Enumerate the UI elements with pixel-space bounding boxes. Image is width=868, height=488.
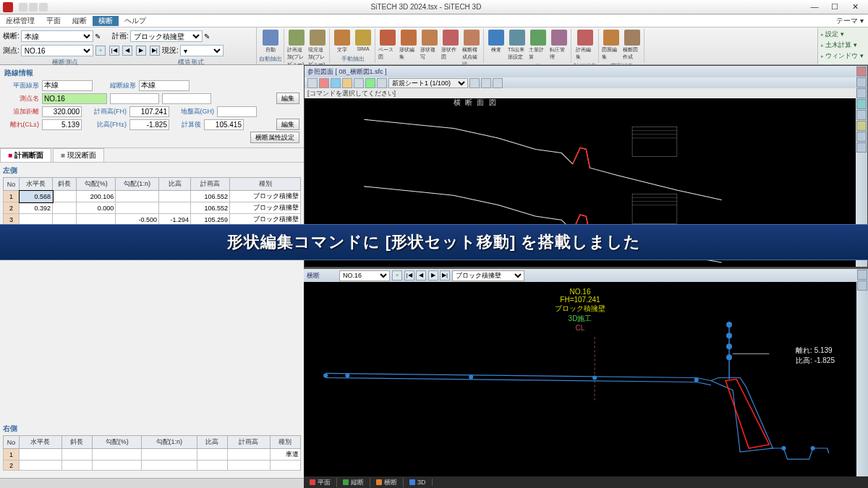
ribbon-button[interactable]: 土量計算 <box>528 29 548 61</box>
add-icon[interactable]: ＋ <box>392 270 402 281</box>
side-tool-icon[interactable] <box>856 77 867 87</box>
view-tab-3D[interactable]: 3D <box>404 479 433 486</box>
tool-icon[interactable] <box>481 78 491 88</box>
genkyo-select[interactable]: ▾ <box>180 45 224 56</box>
cross-prop-button[interactable]: 横断属性設定 <box>250 132 299 143</box>
side-tool-icon[interactable] <box>856 121 867 131</box>
window-menu[interactable]: ウィンドウ ▾ <box>820 51 867 61</box>
keisango-field[interactable] <box>204 119 244 130</box>
lower-struct-select[interactable]: ブロック積擁壁 <box>452 270 524 281</box>
ribbon-icon <box>443 30 459 46</box>
ribbon-button[interactable]: 計画追加(プレビュー) <box>286 29 307 64</box>
tsuika-field[interactable] <box>42 106 82 117</box>
side-tool-icon[interactable] <box>856 132 867 142</box>
last-icon[interactable]: ▶| <box>150 46 160 56</box>
side-tool-icon[interactable] <box>856 67 867 77</box>
edit-button[interactable]: 編集 <box>276 93 299 104</box>
table-row[interactable]: 20.3920.000106.552ブロック積擁壁 <box>4 202 301 214</box>
table-row[interactable]: 1車道 <box>4 449 301 461</box>
menu-item-0[interactable]: 座標管理 <box>0 16 41 26</box>
tool-icon[interactable] <box>493 78 503 88</box>
qat-undo-icon[interactable] <box>29 3 38 12</box>
tab-plan-section[interactable]: ■ 計画断面 <box>0 148 51 162</box>
ribbon-button[interactable]: 計画編集 <box>575 29 595 61</box>
gh-field[interactable] <box>217 106 257 117</box>
side-tool-icon[interactable] <box>856 99 867 109</box>
minimize-button[interactable]: — <box>804 1 825 13</box>
tool-icon[interactable] <box>331 78 341 88</box>
tool-icon[interactable] <box>307 78 318 88</box>
first-icon[interactable]: |◀ <box>404 270 414 281</box>
menu-item-2[interactable]: 縦断 <box>67 16 93 26</box>
ribbon-button[interactable]: ベース図 <box>378 29 398 64</box>
side-tool-icon[interactable] <box>856 142 867 153</box>
tool-icon[interactable] <box>354 78 364 88</box>
pencil-icon[interactable]: ✎ <box>95 33 105 40</box>
next-icon[interactable]: ▶ <box>136 46 146 56</box>
last-icon[interactable]: ▶| <box>440 270 450 281</box>
ribbon-button[interactable]: 横断図作成 <box>622 29 642 61</box>
lower-drawing-area[interactable]: 横断 NO.16 ＋ |◀ ◀ ▶ ▶| ブロック積擁壁 <box>304 267 868 476</box>
prev-icon[interactable]: ◀ <box>416 270 426 281</box>
lower-point-select[interactable]: NO.16 <box>339 270 390 281</box>
maximize-button[interactable]: ☐ <box>825 1 845 13</box>
qat-save-icon[interactable] <box>19 3 27 12</box>
ribbon-button[interactable]: 形状編集 <box>399 29 419 64</box>
add-icon[interactable]: ＋ <box>95 46 106 56</box>
point-nav[interactable]: ＋ |◀ ◀ ▶ ▶| <box>95 46 161 56</box>
tool-icon[interactable] <box>365 78 375 88</box>
point-select[interactable]: NO.16 <box>21 45 93 56</box>
next-icon[interactable]: ▶ <box>428 270 438 281</box>
menu-item-4[interactable]: ヘルプ <box>119 16 152 26</box>
ribbon-button[interactable]: 転圧管理 <box>549 29 569 61</box>
ribbon-button[interactable]: 検査 <box>486 29 506 61</box>
hikou-field[interactable] <box>129 119 169 130</box>
ribbon-button[interactable]: 形状作図 <box>441 29 461 64</box>
table-row[interactable]: 10.568200.106106.552ブロック積擁壁 <box>4 191 301 202</box>
side-tool-icon[interactable] <box>857 281 867 291</box>
side-tool-icon[interactable] <box>857 270 867 280</box>
tool-icon[interactable] <box>377 78 387 88</box>
menu-item-3[interactable]: 横断 <box>93 16 119 26</box>
plan-line-field[interactable] <box>42 80 93 91</box>
view-tab-平面[interactable]: 平面 <box>304 478 337 487</box>
ribbon-button[interactable]: 自動 <box>260 29 281 54</box>
tool-icon[interactable] <box>342 78 352 88</box>
pencil-icon[interactable]: ✎ <box>204 33 210 40</box>
calc-menu[interactable]: 土木計算 ▾ <box>820 40 867 51</box>
ribbon-button[interactable]: SIMA <box>353 29 373 54</box>
close-button[interactable]: ✕ <box>845 1 865 13</box>
side-tool-icon[interactable] <box>856 110 867 120</box>
ribbon-button[interactable]: 文字 <box>332 29 352 54</box>
fh-field[interactable] <box>129 106 169 117</box>
sokuten-field[interactable] <box>42 93 107 104</box>
tool-icon[interactable] <box>469 78 480 88</box>
quick-access-toolbar[interactable] <box>19 3 48 12</box>
side-tool-icon[interactable] <box>856 88 867 98</box>
tool-icon[interactable] <box>319 78 329 88</box>
edit-button-2[interactable]: 編集 <box>276 119 299 130</box>
ribbon-button[interactable]: 図面編集 <box>601 29 621 61</box>
ribbon-button[interactable]: 現況追加(プレビュー) <box>307 29 328 64</box>
menu-item-1[interactable]: 平面 <box>41 16 67 26</box>
prof-line-field[interactable] <box>139 80 190 91</box>
qat-redo-icon[interactable] <box>39 3 48 12</box>
tab-current-section[interactable]: ■ 現況断面 <box>53 148 104 162</box>
settings-menu[interactable]: 設定 ▾ <box>820 29 867 40</box>
grid-lower[interactable]: No水平長斜長勾配(%)勾配(1:n)比高計画高種別1車道2 <box>3 435 301 471</box>
theme-selector[interactable]: テーマ ▾ <box>836 16 868 26</box>
hanare-field[interactable] <box>42 119 82 130</box>
lower-side-toolbar[interactable] <box>856 269 868 476</box>
view-tab-横断[interactable]: 横断 <box>370 478 404 487</box>
ribbon-button[interactable]: 形状複写 <box>420 29 440 64</box>
first-icon[interactable]: |◀ <box>109 46 119 56</box>
cross-select[interactable]: 本線 <box>21 30 93 42</box>
table-row[interactable]: 2 <box>4 461 301 471</box>
prev-icon[interactable]: ◀ <box>122 46 132 56</box>
ribbon-button[interactable]: TS出来形設定 <box>507 29 527 61</box>
lower-nav[interactable]: ＋ |◀ ◀ ▶ ▶| <box>392 270 450 281</box>
view-tab-縦断[interactable]: 縦断 <box>337 478 370 487</box>
ribbon-button[interactable]: 横断構成点確認 <box>461 29 482 64</box>
plan-select[interactable]: ブロック積擁壁 <box>130 30 203 42</box>
sheet-select[interactable]: 新規シート1 (1/100) <box>388 78 468 88</box>
